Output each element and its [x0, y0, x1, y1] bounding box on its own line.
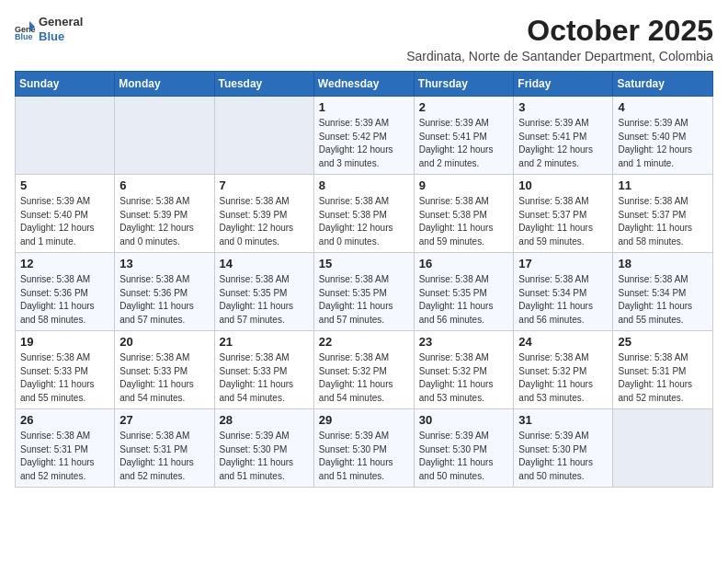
calendar-cell — [16, 97, 115, 175]
day-number: 25 — [618, 335, 708, 349]
calendar-cell: 6Sunrise: 5:38 AMSunset: 5:39 PMDaylight… — [115, 175, 214, 253]
week-row-2: 5Sunrise: 5:39 AMSunset: 5:40 PMDaylight… — [16, 175, 713, 253]
day-info: Sunrise: 5:38 AMSunset: 5:33 PMDaylight:… — [20, 351, 109, 405]
day-number: 22 — [319, 335, 409, 349]
day-info: Sunrise: 5:38 AMSunset: 5:39 PMDaylight:… — [119, 195, 209, 248]
day-info: Sunrise: 5:38 AMSunset: 5:33 PMDaylight:… — [119, 351, 209, 405]
calendar-cell: 23Sunrise: 5:38 AMSunset: 5:32 PMDayligh… — [414, 331, 514, 409]
day-header-monday: Monday — [115, 72, 214, 97]
calendar-cell: 15Sunrise: 5:38 AMSunset: 5:35 PMDayligh… — [313, 253, 414, 331]
logo-general-text: General — [39, 15, 83, 29]
day-header-sunday: Sunday — [16, 72, 115, 97]
subtitle: Sardinata, Norte de Santander Department… — [406, 49, 713, 63]
calendar-cell: 14Sunrise: 5:38 AMSunset: 5:35 PMDayligh… — [214, 253, 313, 331]
day-number: 31 — [518, 413, 608, 427]
week-row-1: 1Sunrise: 5:39 AMSunset: 5:42 PMDaylight… — [16, 97, 713, 175]
week-row-4: 19Sunrise: 5:38 AMSunset: 5:33 PMDayligh… — [16, 331, 713, 409]
calendar-header: SundayMondayTuesdayWednesdayThursdayFrid… — [16, 72, 713, 97]
calendar-cell: 20Sunrise: 5:38 AMSunset: 5:33 PMDayligh… — [115, 331, 214, 409]
calendar-body: 1Sunrise: 5:39 AMSunset: 5:42 PMDaylight… — [16, 97, 713, 488]
day-number: 12 — [20, 257, 109, 270]
day-number: 24 — [518, 335, 608, 349]
calendar-cell: 11Sunrise: 5:38 AMSunset: 5:37 PMDayligh… — [613, 175, 713, 253]
day-number: 27 — [119, 413, 209, 427]
logo-icon: General Blue — [15, 19, 35, 40]
day-info: Sunrise: 5:38 AMSunset: 5:32 PMDaylight:… — [518, 351, 608, 405]
day-info: Sunrise: 5:39 AMSunset: 5:41 PMDaylight:… — [518, 117, 608, 170]
day-number: 23 — [419, 335, 509, 349]
day-info: Sunrise: 5:38 AMSunset: 5:36 PMDaylight:… — [20, 273, 109, 327]
day-number: 18 — [618, 257, 708, 270]
week-row-5: 26Sunrise: 5:38 AMSunset: 5:31 PMDayligh… — [16, 409, 713, 488]
calendar-cell: 16Sunrise: 5:38 AMSunset: 5:35 PMDayligh… — [414, 253, 514, 331]
day-info: Sunrise: 5:39 AMSunset: 5:30 PMDaylight:… — [319, 430, 409, 483]
calendar-cell: 1Sunrise: 5:39 AMSunset: 5:42 PMDaylight… — [313, 97, 414, 175]
calendar-cell: 26Sunrise: 5:38 AMSunset: 5:31 PMDayligh… — [16, 409, 115, 488]
day-info: Sunrise: 5:38 AMSunset: 5:38 PMDaylight:… — [419, 195, 509, 248]
day-info: Sunrise: 5:38 AMSunset: 5:31 PMDaylight:… — [20, 430, 109, 483]
day-header-wednesday: Wednesday — [313, 72, 414, 97]
logo: General Blue General Blue — [15, 15, 83, 43]
day-number: 1 — [319, 100, 409, 114]
calendar-cell: 9Sunrise: 5:38 AMSunset: 5:38 PMDaylight… — [414, 175, 514, 253]
day-info: Sunrise: 5:39 AMSunset: 5:40 PMDaylight:… — [20, 195, 109, 248]
day-info: Sunrise: 5:39 AMSunset: 5:41 PMDaylight:… — [419, 117, 509, 170]
day-info: Sunrise: 5:38 AMSunset: 5:39 PMDaylight:… — [220, 195, 309, 248]
day-number: 7 — [220, 178, 309, 192]
calendar-cell: 19Sunrise: 5:38 AMSunset: 5:33 PMDayligh… — [16, 331, 115, 409]
calendar-cell: 10Sunrise: 5:38 AMSunset: 5:37 PMDayligh… — [514, 175, 613, 253]
day-info: Sunrise: 5:38 AMSunset: 5:32 PMDaylight:… — [319, 351, 409, 405]
logo-blue-text: Blue — [39, 29, 83, 44]
calendar-cell: 28Sunrise: 5:39 AMSunset: 5:30 PMDayligh… — [214, 409, 313, 488]
day-info: Sunrise: 5:38 AMSunset: 5:34 PMDaylight:… — [518, 273, 608, 327]
calendar-cell: 27Sunrise: 5:38 AMSunset: 5:31 PMDayligh… — [115, 409, 214, 488]
day-info: Sunrise: 5:38 AMSunset: 5:37 PMDaylight:… — [618, 195, 708, 248]
day-info: Sunrise: 5:38 AMSunset: 5:35 PMDaylight:… — [319, 273, 409, 327]
day-number: 28 — [220, 413, 309, 427]
day-info: Sunrise: 5:38 AMSunset: 5:37 PMDaylight:… — [518, 195, 608, 248]
day-info: Sunrise: 5:38 AMSunset: 5:35 PMDaylight:… — [220, 273, 309, 327]
day-info: Sunrise: 5:38 AMSunset: 5:31 PMDaylight:… — [618, 351, 708, 405]
header: General Blue General Blue October 2025 S… — [15, 15, 713, 63]
day-number: 20 — [119, 335, 209, 349]
calendar-cell: 5Sunrise: 5:39 AMSunset: 5:40 PMDaylight… — [16, 175, 115, 253]
day-number: 3 — [518, 100, 608, 114]
day-number: 4 — [618, 100, 708, 114]
day-number: 9 — [419, 178, 509, 192]
day-number: 10 — [518, 178, 608, 192]
day-info: Sunrise: 5:38 AMSunset: 5:31 PMDaylight:… — [119, 430, 209, 483]
day-number: 19 — [20, 335, 109, 349]
day-info: Sunrise: 5:38 AMSunset: 5:34 PMDaylight:… — [618, 273, 708, 327]
calendar-cell — [115, 97, 214, 175]
day-number: 30 — [419, 413, 509, 427]
day-number: 13 — [119, 257, 209, 270]
calendar-cell — [613, 409, 713, 488]
calendar-cell: 22Sunrise: 5:38 AMSunset: 5:32 PMDayligh… — [313, 331, 414, 409]
calendar-cell: 21Sunrise: 5:38 AMSunset: 5:33 PMDayligh… — [214, 331, 313, 409]
day-number: 11 — [618, 178, 708, 192]
day-info: Sunrise: 5:39 AMSunset: 5:40 PMDaylight:… — [618, 117, 708, 170]
day-number: 16 — [419, 257, 509, 270]
calendar-cell: 3Sunrise: 5:39 AMSunset: 5:41 PMDaylight… — [514, 97, 613, 175]
calendar-cell: 29Sunrise: 5:39 AMSunset: 5:30 PMDayligh… — [313, 409, 414, 488]
day-number: 5 — [20, 178, 109, 192]
day-number: 8 — [319, 178, 409, 192]
calendar-cell: 7Sunrise: 5:38 AMSunset: 5:39 PMDaylight… — [214, 175, 313, 253]
calendar-cell: 18Sunrise: 5:38 AMSunset: 5:34 PMDayligh… — [613, 253, 713, 331]
calendar-cell: 25Sunrise: 5:38 AMSunset: 5:31 PMDayligh… — [613, 331, 713, 409]
day-info: Sunrise: 5:38 AMSunset: 5:38 PMDaylight:… — [319, 195, 409, 248]
day-number: 6 — [119, 178, 209, 192]
day-header-thursday: Thursday — [414, 72, 514, 97]
day-number: 17 — [518, 257, 608, 270]
day-info: Sunrise: 5:39 AMSunset: 5:30 PMDaylight:… — [518, 430, 608, 483]
day-header-friday: Friday — [514, 72, 613, 97]
calendar-cell: 17Sunrise: 5:38 AMSunset: 5:34 PMDayligh… — [514, 253, 613, 331]
calendar-cell: 4Sunrise: 5:39 AMSunset: 5:40 PMDaylight… — [613, 97, 713, 175]
day-number: 21 — [220, 335, 309, 349]
day-info: Sunrise: 5:38 AMSunset: 5:35 PMDaylight:… — [419, 273, 509, 327]
day-header-saturday: Saturday — [613, 72, 713, 97]
calendar-cell: 13Sunrise: 5:38 AMSunset: 5:36 PMDayligh… — [115, 253, 214, 331]
day-info: Sunrise: 5:38 AMSunset: 5:33 PMDaylight:… — [220, 351, 309, 405]
day-info: Sunrise: 5:38 AMSunset: 5:32 PMDaylight:… — [419, 351, 509, 405]
calendar-cell: 24Sunrise: 5:38 AMSunset: 5:32 PMDayligh… — [514, 331, 613, 409]
